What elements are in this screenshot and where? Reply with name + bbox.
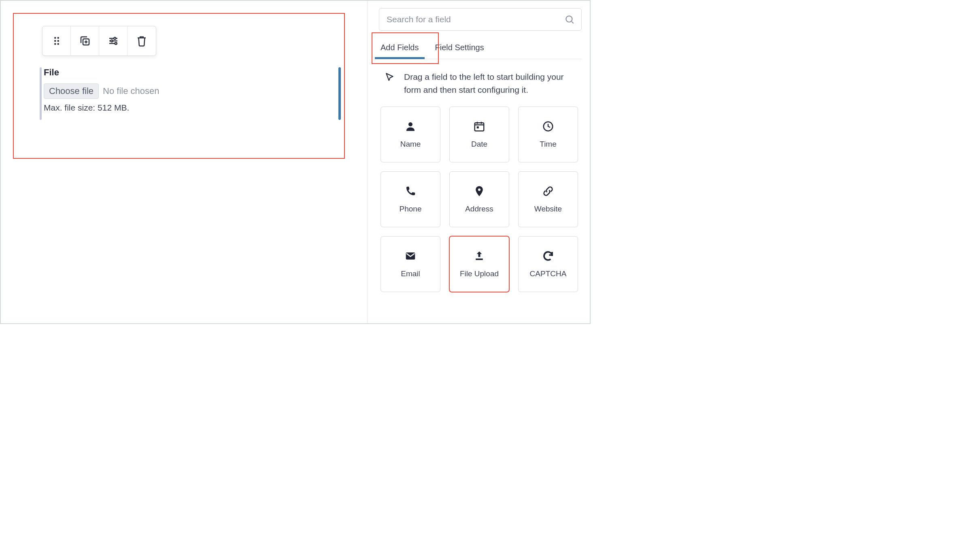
field-card-label: Email: [401, 269, 420, 278]
trash-icon: [136, 35, 148, 47]
captcha-icon: [542, 250, 554, 262]
drag-icon: [51, 35, 63, 47]
field-card-label: Address: [465, 205, 493, 213]
field-card-label: Date: [471, 140, 487, 149]
search-input[interactable]: [386, 14, 564, 25]
field-card-date[interactable]: Date: [449, 107, 509, 162]
duplicate-button[interactable]: [71, 26, 99, 55]
tab-add-fields[interactable]: Add Fields: [379, 38, 421, 59]
field-card-label: Website: [534, 205, 562, 213]
svg-point-0: [54, 37, 56, 39]
field-card-label: Name: [400, 140, 421, 149]
field-card-captcha[interactable]: CAPTCHA: [518, 236, 578, 292]
sliders-icon: [107, 35, 119, 47]
date-icon: [473, 120, 485, 132]
settings-button[interactable]: [99, 26, 128, 55]
svg-point-2: [54, 40, 56, 42]
form-builder-frame: File Choose file No file chosen Max. fil…: [0, 0, 591, 324]
duplicate-icon: [79, 35, 91, 47]
field-card-label: File Upload: [460, 269, 499, 278]
email-icon: [404, 250, 417, 262]
field-card-label: CAPTCHA: [530, 269, 567, 278]
svg-point-10: [566, 16, 572, 22]
field-card-fileupload[interactable]: File Upload: [449, 236, 509, 292]
side-panel: Add Fields Field Settings Drag a field t…: [367, 1, 590, 323]
search-field-wrap[interactable]: [379, 8, 582, 31]
drag-hint-text: Drag a field to the left to start buildi…: [404, 70, 578, 96]
file-field-block[interactable]: File Choose file No file chosen Max. fil…: [42, 67, 342, 113]
field-card-name[interactable]: Name: [381, 107, 440, 162]
cursor-icon: [385, 72, 395, 83]
svg-point-8: [111, 40, 113, 42]
svg-point-5: [57, 43, 59, 45]
panel-tabs: Add Fields Field Settings: [379, 38, 582, 59]
drag-hint-row: Drag a field to the left to start buildi…: [379, 59, 582, 107]
field-card-email[interactable]: Email: [381, 236, 440, 292]
form-canvas-highlight: File Choose file No file chosen Max. fil…: [13, 13, 345, 159]
svg-point-1: [57, 37, 59, 39]
website-icon: [542, 185, 554, 197]
file-input-row: Choose file No file chosen: [44, 83, 342, 99]
field-right-indicator: [338, 67, 341, 120]
phone-icon: [404, 185, 417, 197]
field-card-phone[interactable]: Phone: [381, 171, 440, 227]
name-icon: [404, 120, 417, 132]
search-icon: [564, 14, 575, 25]
field-card-address[interactable]: Address: [449, 171, 509, 227]
time-icon: [542, 120, 554, 132]
field-palette-grid: NameDateTimePhoneAddressWebsiteEmailFile…: [381, 107, 582, 292]
field-card-label: Phone: [400, 205, 422, 213]
svg-point-7: [114, 37, 116, 39]
no-file-text: No file chosen: [103, 86, 159, 96]
address-icon: [473, 185, 485, 197]
drag-handle-button[interactable]: [43, 26, 71, 55]
delete-button[interactable]: [128, 26, 156, 55]
file-size-hint: Max. file size: 512 MB.: [44, 103, 342, 113]
fileupload-icon: [473, 250, 485, 262]
field-card-website[interactable]: Website: [518, 171, 578, 227]
field-card-time[interactable]: Time: [518, 107, 578, 162]
choose-file-button[interactable]: Choose file: [44, 83, 99, 99]
field-toolbar: [42, 26, 156, 56]
tab-field-settings[interactable]: Field Settings: [434, 38, 486, 59]
svg-point-4: [54, 43, 56, 45]
field-card-label: Time: [540, 140, 557, 149]
field-left-indicator: [40, 67, 42, 120]
svg-point-9: [115, 43, 117, 45]
field-label: File: [44, 67, 342, 78]
svg-point-3: [57, 40, 59, 42]
